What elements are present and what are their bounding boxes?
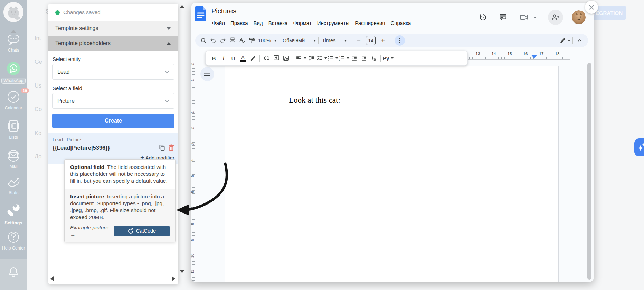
- document-title[interactable]: Pictures: [211, 7, 236, 15]
- version-history-icon[interactable]: [479, 13, 487, 21]
- chevron-down-icon: [313, 40, 316, 42]
- menu-file[interactable]: Файл: [209, 19, 228, 27]
- paint-format-button[interactable]: [247, 35, 257, 46]
- menu-tools[interactable]: Инструменты: [314, 19, 352, 27]
- annotation-arrow: [173, 157, 233, 218]
- toolbar-separator: [318, 37, 319, 44]
- toolbar-separator: [279, 37, 279, 44]
- document-scrollbar[interactable]: [587, 63, 591, 280]
- placeholder-group-title: Lead : Picture: [53, 137, 174, 142]
- clear-formatting-button[interactable]: [369, 53, 378, 63]
- font-size-decrease-button[interactable]: −: [351, 35, 366, 46]
- menu-edit[interactable]: Правка: [228, 19, 251, 27]
- video-call-caret[interactable]: [533, 17, 537, 18]
- font-family-select[interactable]: Times ...: [321, 35, 347, 46]
- insert-link-button[interactable]: [262, 53, 272, 63]
- optional-field-section: Optional field. The field associated wit…: [65, 160, 175, 189]
- decrease-indent-button[interactable]: [349, 53, 359, 63]
- toolbar-separator: [380, 55, 381, 62]
- redo-icon: [219, 37, 226, 44]
- menu-view[interactable]: Вид: [251, 19, 266, 27]
- gemini-panel-button[interactable]: [634, 138, 644, 156]
- font-size-input[interactable]: 14: [366, 36, 376, 45]
- panel-scroll-down-arrow[interactable]: [180, 270, 184, 273]
- google-docs-modal: Pictures Файл Правка Вид Вставка Формат …: [191, 3, 594, 282]
- panel-scroll-up-arrow[interactable]: [180, 5, 184, 8]
- numbered-list-button[interactable]: 1 2: [338, 53, 349, 63]
- svg-text:2: 2: [339, 58, 340, 61]
- example-picture-label: Example picture →: [70, 224, 110, 238]
- hruler-line: [468, 59, 570, 60]
- search-icon: [200, 37, 207, 44]
- text-color-button[interactable]: A: [238, 53, 248, 63]
- increase-indent-button[interactable]: [359, 53, 369, 63]
- bold-button[interactable]: B: [209, 53, 219, 63]
- section-template-settings[interactable]: Template settings: [48, 21, 178, 36]
- italic-button[interactable]: I: [219, 53, 228, 63]
- line-spacing-icon: [308, 55, 315, 62]
- sparkle-icon: [637, 142, 644, 153]
- redo-button[interactable]: [218, 35, 228, 46]
- catcode-example-button[interactable]: CatCode: [114, 226, 170, 236]
- create-button[interactable]: Create: [52, 114, 174, 128]
- entity-select[interactable]: Lead: [52, 64, 174, 80]
- highlight-color-button[interactable]: [248, 53, 257, 63]
- insert-image-button[interactable]: [281, 53, 291, 63]
- cat-photo-avatar: [572, 10, 586, 24]
- menu-insert[interactable]: Вставка: [266, 19, 291, 27]
- copy-icon[interactable]: [159, 144, 165, 151]
- document-outline-button[interactable]: [200, 67, 214, 81]
- chevron-down-icon: [324, 57, 327, 59]
- toolbar-separator: [259, 55, 260, 62]
- line-spacing-button[interactable]: [306, 53, 316, 63]
- section-label: Template settings: [55, 25, 98, 31]
- menu-extensions[interactable]: Расширения: [352, 19, 388, 27]
- panel-scroll-right-arrow[interactable]: [172, 276, 175, 281]
- align-button[interactable]: [295, 53, 306, 63]
- document-page[interactable]: Look at this cat:: [225, 66, 559, 282]
- zoom-select[interactable]: 100%: [257, 35, 277, 46]
- spellcheck-button[interactable]: [237, 35, 247, 46]
- panel-scroll-left-arrow[interactable]: [50, 276, 54, 281]
- template-placeholders-panel: Changes saved Template settings Template…: [48, 4, 178, 284]
- svg-text:1: 1: [339, 55, 340, 57]
- menu-format[interactable]: Формат: [290, 19, 314, 27]
- vruler-number: 3: [191, 138, 195, 150]
- chevron-down-icon: [304, 57, 306, 59]
- link-icon: [263, 55, 270, 62]
- hide-menus-button[interactable]: [575, 35, 585, 46]
- toolbar-more-button[interactable]: [395, 35, 405, 46]
- close-modal-button[interactable]: [585, 1, 598, 14]
- checklist-button[interactable]: [316, 53, 327, 63]
- format-toolbar: B I U A: [205, 51, 468, 66]
- person-add-icon: [551, 13, 560, 22]
- bulleted-list-button[interactable]: [327, 53, 338, 63]
- comments-icon[interactable]: [499, 13, 507, 21]
- chevron-down-icon: [335, 57, 338, 59]
- indent-marker[interactable]: [531, 55, 537, 58]
- field-select[interactable]: Picture: [52, 93, 174, 109]
- document-body-text[interactable]: Look at this cat:: [289, 96, 340, 105]
- menu-help[interactable]: Справка: [388, 19, 414, 27]
- search-menus-button[interactable]: [199, 35, 208, 46]
- video-call-icon[interactable]: [520, 13, 529, 21]
- section-template-placeholders[interactable]: Template placeholders: [48, 36, 178, 51]
- field-select-value: Picture: [57, 98, 75, 104]
- hruler-number: 14: [490, 52, 497, 56]
- docs-toolbar: 100% Обычный ... Times ... − 14 +: [195, 34, 588, 47]
- add-comment-button[interactable]: [272, 53, 281, 63]
- trash-icon[interactable]: [168, 144, 174, 151]
- chevron-down-icon: [274, 40, 277, 42]
- print-button[interactable]: [228, 35, 237, 46]
- undo-button[interactable]: [208, 35, 218, 46]
- share-button[interactable]: [548, 10, 563, 25]
- paragraph-style-select[interactable]: Обычный ...: [281, 35, 316, 46]
- select-field-label: Select a field: [53, 85, 178, 91]
- hruler-number: 13: [474, 52, 481, 56]
- user-avatar[interactable]: [572, 10, 586, 24]
- editing-mode-select[interactable]: [559, 35, 570, 46]
- spellcheck-icon: [239, 37, 246, 44]
- underline-button[interactable]: U: [228, 53, 238, 63]
- font-size-increase-button[interactable]: +: [376, 35, 390, 46]
- input-tools-button[interactable]: Ру: [383, 53, 394, 63]
